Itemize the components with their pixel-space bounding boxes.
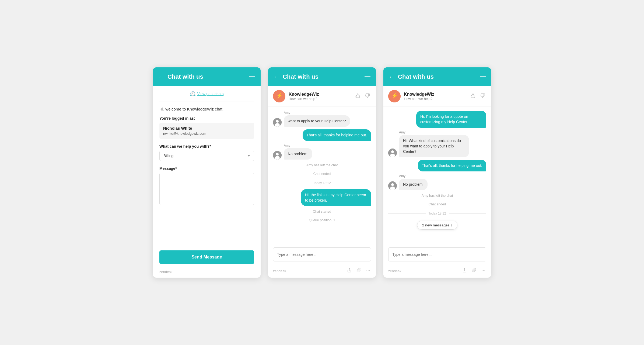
msg-bubble-wrap: Amy want to apply to your Help Center?: [284, 111, 350, 127]
panel3-share-icon-button[interactable]: [462, 267, 467, 274]
panel3-chat-input-footer: zendesk: [383, 265, 491, 278]
msg-bubble-wrap: Amy Hi! What kind of customizations do y…: [399, 130, 469, 157]
panel3-agent-actions: [470, 92, 486, 101]
panel3-minimize-icon[interactable]: —: [480, 73, 486, 79]
more-options-icon: [366, 268, 370, 272]
help-topic-select[interactable]: Billing Technical Support General: [159, 151, 254, 161]
svg-point-21: [482, 270, 482, 270]
share-icon: [347, 268, 352, 272]
today-divider: Today 18:12: [388, 212, 486, 215]
panel2-header: ← Chat with us —: [268, 67, 376, 86]
panel3-more-options-icon: [481, 268, 486, 272]
share-icon-button[interactable]: [346, 267, 352, 274]
panel3-share-icon: [462, 268, 467, 272]
attach-icon: [356, 268, 361, 272]
panel2-chat-input-footer: zendesk: [268, 265, 376, 278]
today-divider-text: Today 18:12: [313, 181, 331, 185]
amy3-avatar-icon: [388, 149, 397, 157]
msg-bubble-wrap: Hi, the links in my Help Center seem to …: [301, 189, 371, 206]
panel3-thumbs-down-button[interactable]: [479, 92, 486, 101]
panel2-messages: Amy want to apply to your Help Center? T…: [268, 106, 376, 244]
panel3-header: ← Chat with us —: [383, 67, 491, 86]
thumbs-down-button[interactable]: [364, 92, 371, 101]
panel3-header-left: ← Chat with us: [389, 73, 434, 80]
msg-bubble-wrap: That's all, thanks for helping me out.: [303, 129, 371, 141]
panel3-back-arrow-icon[interactable]: ←: [389, 74, 394, 80]
panel3-agent-subtitle: How can we help?: [404, 97, 466, 101]
panel2-widget: ← Chat with us — ⚡ KnowledgeWiz How can …: [268, 67, 376, 278]
amy-avatar-icon: [273, 118, 282, 127]
panel3-attach-icon-button[interactable]: [471, 267, 477, 274]
thumbs-up-button[interactable]: [354, 92, 361, 101]
panel2-zendesk: zendesk: [273, 269, 286, 273]
system-message: Chat ended: [273, 172, 371, 176]
svg-point-9: [367, 270, 367, 270]
amy-avatar: [273, 151, 282, 160]
panel3-header-title: Chat with us: [398, 73, 434, 80]
panel2-back-arrow-icon[interactable]: ←: [274, 74, 279, 80]
message-row: Amy Hi! What kind of customizations do y…: [388, 130, 486, 157]
svg-text:⚡: ⚡: [391, 92, 398, 99]
attach-icon-button[interactable]: [356, 267, 362, 274]
panel2-minimize-icon[interactable]: —: [365, 73, 370, 79]
panel2-agent-info: KnowledgeWiz How can we help?: [289, 92, 351, 101]
back-arrow-icon[interactable]: ←: [158, 74, 164, 80]
new-messages-container: 2 new messages ↓: [388, 220, 486, 231]
panel2-chat-input[interactable]: [273, 247, 371, 261]
view-past-chats-label: View past chats: [197, 92, 224, 96]
new-messages-button[interactable]: 2 new messages ↓: [417, 221, 457, 230]
panel3-chat-input[interactable]: [388, 247, 486, 261]
divider-line: [449, 213, 486, 214]
msg-bubble: No problem.: [284, 148, 312, 160]
send-message-button[interactable]: Send Message: [159, 250, 254, 264]
panel1-footer: Send Message: [153, 246, 261, 268]
panel3-thumbs-down-icon: [480, 93, 485, 98]
message-row: That's all, thanks for helping me out.: [273, 129, 371, 141]
svg-text:⚡: ⚡: [276, 92, 283, 99]
panel2-agent-name: KnowledgeWiz: [289, 92, 351, 97]
view-past-chats-link[interactable]: 🕐 View past chats: [159, 91, 254, 96]
message-row: That's all, thanks for helping me out.: [388, 160, 486, 171]
panel3-thumbs-up-icon: [471, 93, 475, 98]
user-info-box: Nicholas White nwhite@knowledgewiz.com: [159, 123, 254, 139]
amy-avatar: [273, 118, 282, 127]
svg-point-10: [368, 270, 368, 270]
msg-bubble: No problem.: [399, 179, 428, 190]
panel3-more-options-button[interactable]: [481, 267, 486, 274]
system-message: Chat started: [273, 210, 371, 213]
amy-avatar-icon: [273, 151, 282, 160]
msg-bubble: Hi, I'm looking for a quote on customizi…: [416, 111, 486, 128]
svg-point-6: [276, 153, 279, 156]
panel3-attach-icon: [472, 268, 476, 272]
msg-sender: Amy: [284, 111, 290, 115]
panel3-input-area: [383, 244, 491, 265]
agent-avatar-icon: ⚡: [273, 90, 285, 102]
svg-point-23: [485, 270, 485, 270]
svg-point-15: [391, 150, 394, 153]
panel3-thumbs-up-button[interactable]: [470, 92, 477, 101]
panel2-input-area: [268, 244, 376, 265]
svg-point-18: [391, 183, 394, 186]
thumbs-up-icon: [355, 93, 360, 98]
panel3-zendesk: zendesk: [388, 269, 401, 273]
panel1-header-left: ← Chat with us: [158, 73, 203, 80]
panel1-zendesk: zendesk: [153, 268, 261, 278]
minimize-icon[interactable]: —: [249, 73, 255, 79]
divider: [159, 102, 254, 102]
panel3-widget: ← Chat with us — ⚡ KnowledgeWiz How can …: [383, 67, 491, 278]
system-message: Amy has left the chat: [388, 194, 486, 198]
panel1-widget: ← Chat with us — 🕐 View past chats Hi, w…: [153, 67, 261, 278]
svg-point-22: [483, 270, 484, 270]
panel3-agent-avatar: ⚡: [388, 90, 401, 102]
panel1-header: ← Chat with us —: [153, 67, 261, 86]
user-email: nwhite@knowledgewiz.com: [163, 132, 250, 136]
message-textarea[interactable]: [159, 173, 254, 205]
msg-bubble: That's all, thanks for helping me out.: [418, 160, 486, 171]
system-message: Queue position: 1: [273, 218, 371, 222]
msg-bubble: Hi! What kind of customizations do you w…: [399, 135, 469, 157]
msg-bubble: want to apply to your Help Center?: [284, 115, 350, 127]
message-row: Hi, the links in my Help Center seem to …: [273, 189, 371, 206]
more-options-button[interactable]: [365, 267, 371, 274]
panel1-body: 🕐 View past chats Hi, welcome to Knowled…: [153, 86, 261, 246]
welcome-text: Hi, welcome to KnowledgeWiz chat!: [159, 107, 254, 111]
